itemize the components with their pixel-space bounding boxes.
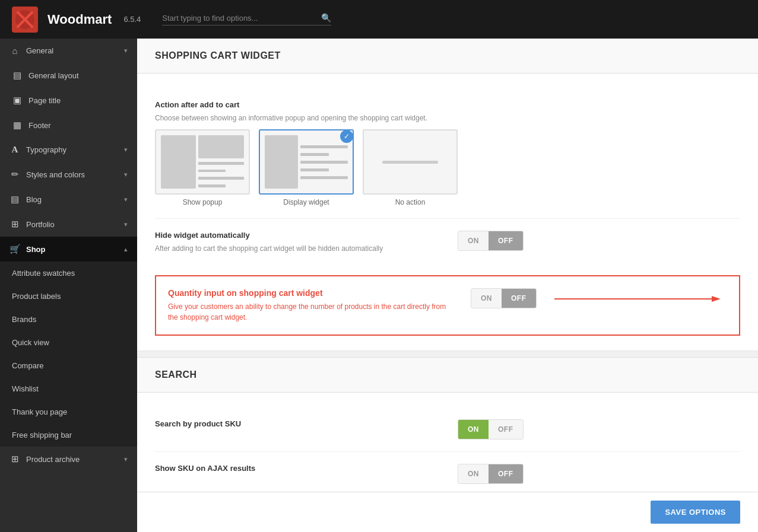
- sidebar-item-label: Typography: [26, 145, 118, 154]
- sidebar-item-quick-view[interactable]: Quick view: [0, 331, 137, 354]
- setting-hide-widget: Hide widget automatically After adding t…: [155, 218, 740, 266]
- mock-widget-left: [265, 135, 298, 189]
- setting-info-ajax-sku: Show SKU on AJAX results: [155, 464, 440, 476]
- portfolio-icon: ⊞: [9, 219, 20, 230]
- chevron-down-icon: ▾: [124, 196, 128, 203]
- sidebar-item-label: Shop: [26, 245, 118, 254]
- quantity-input-wrapper: Quantity input on shopping cart widget G…: [155, 266, 740, 336]
- search-sku-control: ON OFF: [458, 419, 524, 439]
- sidebar-item-product-labels[interactable]: Product labels: [0, 285, 137, 308]
- setting-label-ajax-sku: Show SKU on AJAX results: [155, 464, 440, 473]
- page-title-icon: ▣: [12, 95, 23, 106]
- blog-icon: ▤: [9, 194, 20, 205]
- sidebar-item-compare[interactable]: Compare: [0, 354, 137, 377]
- sidebar-item-attribute-swatches[interactable]: Attribute swatches: [0, 262, 137, 285]
- option-show-popup-box[interactable]: [155, 129, 250, 195]
- sidebar-item-label: General: [26, 46, 118, 55]
- layout: ⌂ General ▾ ▤ General layout ▣ Page titl…: [0, 39, 758, 532]
- quantity-off-btn[interactable]: OFF: [502, 289, 536, 308]
- option-show-popup[interactable]: Show popup: [155, 129, 250, 206]
- sidebar: ⌂ General ▾ ▤ General layout ▣ Page titl…: [0, 39, 137, 532]
- sidebar-item-brands[interactable]: Brands: [0, 308, 137, 331]
- action-options: Show popup: [155, 129, 440, 206]
- mock-line-1: [198, 162, 244, 165]
- option-no-action-box[interactable]: [363, 129, 458, 195]
- hide-widget-control: ON OFF: [458, 231, 524, 251]
- brand-name: Woodmart: [47, 12, 112, 27]
- mock-line-3: [198, 177, 244, 180]
- hide-widget-toggle[interactable]: ON OFF: [458, 231, 524, 251]
- option-display-widget-label: Display widget: [259, 198, 354, 206]
- sidebar-item-shop[interactable]: 🛒 Shop ▴: [0, 237, 137, 262]
- sidebar-item-page-title[interactable]: ▣ Page title: [0, 88, 137, 113]
- arrow-container: [554, 288, 721, 305]
- footer-icon: ▦: [12, 120, 23, 130]
- setting-info-quantity: Quantity input on shopping cart widget G…: [168, 288, 453, 323]
- svg-marker-4: [712, 296, 721, 302]
- sidebar-item-wishlist[interactable]: Wishlist: [0, 377, 137, 400]
- sidebar-item-footer[interactable]: ▦ Footer: [0, 113, 137, 138]
- mock-popup-right: [198, 135, 244, 189]
- option-display-widget-box[interactable]: [259, 129, 354, 195]
- general-icon: ⌂: [9, 46, 20, 56]
- ajax-sku-on-btn[interactable]: ON: [458, 464, 489, 483]
- setting-action-after-add: Action after add to cart Choose between …: [155, 88, 740, 218]
- page-title: SHOPPING CART WIDGET: [155, 50, 740, 61]
- mock-line-4: [198, 184, 226, 187]
- option-no-action-label: No action: [363, 198, 458, 206]
- setting-info-search-sku: Search by product SKU: [155, 419, 440, 432]
- mock-wline-5: [300, 176, 348, 179]
- search-bar[interactable]: 🔍: [162, 13, 331, 26]
- sidebar-item-label: Wishlist: [12, 384, 128, 393]
- quantity-on-btn[interactable]: ON: [471, 289, 502, 308]
- setting-label-quantity: Quantity input on shopping cart widget: [168, 288, 453, 298]
- sidebar-item-label: Blog: [26, 195, 118, 204]
- sidebar-item-blog[interactable]: ▤ Blog ▾: [0, 187, 137, 212]
- sidebar-item-label: Compare: [12, 361, 128, 370]
- option-show-popup-label: Show popup: [155, 198, 250, 206]
- hide-widget-off-btn[interactable]: OFF: [489, 231, 523, 250]
- ajax-sku-off-btn[interactable]: OFF: [489, 464, 523, 483]
- setting-desc-quantity: Give your customers an ability to change…: [168, 301, 453, 323]
- search-sku-on-btn[interactable]: ON: [458, 420, 489, 439]
- chevron-down-icon: ▾: [124, 146, 128, 154]
- sidebar-item-free-shipping-bar[interactable]: Free shipping bar: [0, 423, 137, 447]
- sidebar-item-styles-colors[interactable]: ✏ Styles and colors ▾: [0, 162, 137, 187]
- mock-wline-2: [300, 153, 329, 156]
- setting-search-sku: Search by product SKU ON OFF: [155, 407, 740, 451]
- setting-label-hide: Hide widget automatically: [155, 231, 440, 240]
- sidebar-item-thank-you-page[interactable]: Thank you page: [0, 400, 137, 423]
- svg-line-1: [18, 12, 32, 27]
- sidebar-item-typography[interactable]: A Typography ▾: [0, 138, 137, 162]
- mock-wline-3: [300, 161, 348, 164]
- sidebar-item-label: Portfolio: [26, 220, 118, 229]
- mock-wline-1: [300, 145, 348, 148]
- ajax-sku-toggle[interactable]: ON OFF: [458, 464, 524, 484]
- sidebar-item-portfolio[interactable]: ⊞ Portfolio ▾: [0, 212, 137, 237]
- general-layout-icon: ▤: [12, 70, 23, 81]
- quantity-input-toggle[interactable]: ON OFF: [471, 288, 537, 308]
- styles-icon: ✏: [9, 169, 20, 180]
- search-title: SEARCH: [155, 369, 740, 380]
- sidebar-item-product-archive[interactable]: ⊞ Product archive ▾: [0, 447, 137, 472]
- brand-version: 6.5.4: [123, 15, 141, 24]
- mock-noaction-illustration: [364, 130, 456, 193]
- hide-widget-on-btn[interactable]: ON: [458, 231, 489, 250]
- shop-icon: 🛒: [9, 244, 20, 254]
- chevron-up-icon: ▴: [124, 246, 128, 253]
- section-header: SHOPPING CART WIDGET: [137, 39, 758, 74]
- setting-quantity-input-highlighted: Quantity input on shopping cart widget G…: [155, 275, 740, 336]
- search-input[interactable]: [162, 14, 316, 23]
- chevron-down-icon: ▾: [124, 455, 128, 463]
- main-content: SHOPPING CART WIDGET Action after add to…: [137, 39, 758, 532]
- setting-label-action: Action after add to cart: [155, 100, 440, 109]
- sidebar-item-general-layout[interactable]: ▤ General layout: [0, 63, 137, 88]
- option-display-widget[interactable]: Display widget: [259, 129, 354, 206]
- search-sku-off-btn[interactable]: OFF: [489, 420, 523, 439]
- sidebar-item-label: Quick view: [12, 338, 128, 347]
- sidebar-item-label: General layout: [28, 71, 128, 80]
- save-options-button[interactable]: SAVE OPTIONS: [651, 501, 740, 524]
- option-no-action[interactable]: No action: [363, 129, 458, 206]
- sidebar-item-general[interactable]: ⌂ General ▾: [0, 39, 137, 63]
- search-sku-toggle[interactable]: ON OFF: [458, 419, 524, 439]
